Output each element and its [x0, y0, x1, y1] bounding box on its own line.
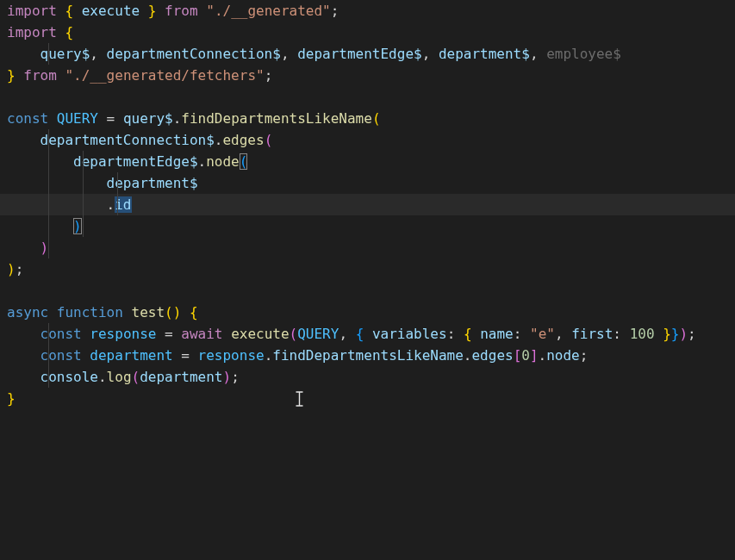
code-token: } — [671, 326, 680, 342]
code-editor[interactable]: import { execute } from "./__generated";… — [0, 0, 735, 560]
code-token: ) — [222, 369, 231, 385]
code-token: , — [555, 326, 571, 342]
code-token: = — [156, 326, 181, 342]
code-token — [73, 3, 82, 19]
code-token: [ — [514, 347, 522, 364]
code-line[interactable] — [0, 86, 735, 108]
code-token: response — [198, 347, 265, 364]
code-token: import — [7, 3, 57, 19]
code-token: ; — [231, 369, 240, 385]
code-token: const — [7, 110, 48, 127]
code-token: response — [90, 326, 156, 342]
code-token — [7, 240, 40, 256]
code-token: } — [7, 390, 16, 407]
code-token: first — [571, 326, 613, 342]
code-token: ; — [265, 67, 273, 84]
code-token: edges — [471, 347, 513, 364]
code-token: ( — [372, 110, 381, 127]
code-token: 100 — [630, 326, 655, 342]
code-token: { — [356, 326, 364, 342]
code-token: department$ — [107, 175, 198, 191]
code-line[interactable]: const response = await execute(QUERY, { … — [0, 323, 735, 345]
code-token: ; — [580, 347, 589, 364]
code-token: departmentEdge$ — [73, 153, 198, 170]
code-token: import — [7, 24, 57, 40]
code-line[interactable]: ) — [0, 237, 735, 258]
code-token: departmentConnection$ — [40, 132, 215, 148]
code-token: from — [165, 3, 198, 19]
code-line[interactable]: department$ — [0, 172, 735, 194]
code-token: : — [514, 326, 522, 342]
code-token: department — [90, 347, 172, 364]
code-line[interactable]: ) — [0, 215, 735, 237]
code-token: ] — [530, 347, 539, 364]
code-token: { — [65, 3, 73, 19]
code-line[interactable]: const QUERY = query$.findDepartmentsLike… — [0, 108, 735, 129]
code-line[interactable] — [0, 280, 735, 302]
code-token: QUERY — [297, 326, 339, 342]
code-token: : — [613, 326, 621, 342]
code-line[interactable]: departmentEdge$.node( — [0, 151, 735, 172]
code-token — [7, 175, 107, 191]
code-line[interactable]: ); — [0, 258, 735, 280]
code-token — [16, 67, 24, 84]
code-token — [455, 326, 464, 342]
code-token — [521, 326, 530, 342]
code-line[interactable]: console.log(department); — [0, 366, 735, 388]
code-token — [82, 326, 90, 342]
code-token — [198, 3, 207, 19]
code-token: node — [206, 153, 240, 170]
code-line[interactable]: import { — [0, 22, 735, 43]
code-token: ) — [173, 304, 182, 320]
code-token: variables — [372, 326, 447, 342]
code-token — [7, 326, 40, 342]
text-cursor-icon — [296, 391, 303, 413]
code-token: , — [422, 46, 439, 62]
code-token: ( — [165, 304, 173, 320]
code-line[interactable]: departmentConnection$.edges( — [0, 129, 735, 151]
code-token — [48, 110, 57, 127]
code-line[interactable]: import { execute } from "./__generated"; — [0, 0, 735, 22]
code-token — [57, 24, 65, 40]
code-token: = — [173, 347, 198, 364]
code-token: execute — [82, 3, 140, 19]
code-token: { — [464, 326, 472, 342]
code-line[interactable]: } — [0, 388, 735, 409]
code-token — [57, 3, 65, 19]
code-token — [364, 326, 372, 342]
code-token: query$ — [123, 110, 173, 127]
code-token: ( — [240, 153, 248, 170]
code-token: 0 — [521, 347, 530, 364]
code-token — [156, 3, 165, 19]
code-token: . — [98, 369, 107, 385]
code-token: . — [7, 196, 115, 213]
code-line[interactable]: const department = response.findDepartme… — [0, 345, 735, 366]
code-line[interactable]: .id — [0, 194, 735, 215]
code-token: QUERY — [57, 110, 98, 127]
code-token: ( — [132, 369, 140, 385]
code-token: async — [7, 304, 48, 320]
code-token: ; — [16, 261, 24, 277]
code-token: departmentConnection$ — [107, 46, 281, 62]
code-token: . — [173, 110, 182, 127]
code-token: "e" — [530, 326, 555, 342]
code-token — [82, 347, 90, 364]
code-token: ; — [331, 3, 339, 19]
code-token — [621, 326, 630, 342]
code-token: log — [107, 369, 132, 385]
code-token: . — [198, 153, 207, 170]
code-line[interactable]: } from "./__generated/fetchers"; — [0, 65, 735, 86]
code-token: } — [663, 326, 671, 342]
code-token — [123, 304, 132, 320]
code-token: departmentEdge$ — [297, 46, 422, 62]
code-token: name — [480, 326, 514, 342]
code-line[interactable]: query$, departmentConnection$, departmen… — [0, 43, 735, 65]
code-token: ) — [7, 261, 16, 277]
code-token: { — [65, 24, 73, 40]
code-token: "./__generated" — [206, 3, 331, 19]
code-line[interactable]: async function test() { — [0, 302, 735, 323]
code-token: const — [40, 326, 82, 342]
code-token: employee$ — [546, 46, 621, 62]
code-token — [140, 3, 148, 19]
code-token — [655, 326, 663, 342]
